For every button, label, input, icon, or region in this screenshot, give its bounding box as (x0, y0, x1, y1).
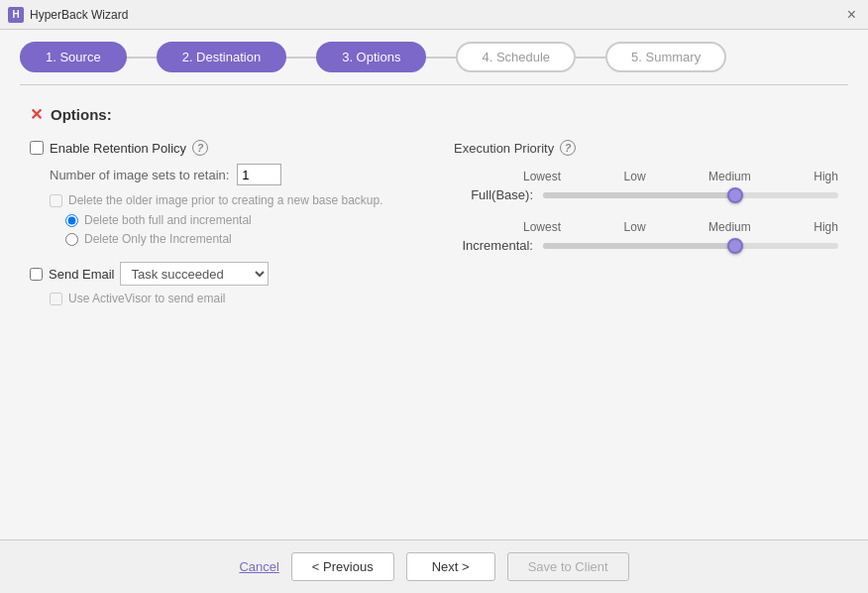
cancel-button[interactable]: Cancel (239, 559, 278, 574)
incremental-slider-track[interactable] (543, 243, 838, 249)
left-column: Enable Retention Policy ? Number of imag… (30, 140, 414, 311)
footer: Cancel < Previous Next > Save to Client (0, 539, 868, 593)
app-icon: H (8, 7, 24, 23)
radio-delete-incremental-label: Delete Only the Incremental (84, 232, 232, 246)
save-button: Save to Client (507, 552, 629, 581)
previous-button[interactable]: < Previous (291, 552, 394, 581)
retention-policy-row[interactable]: Enable Retention Policy ? (30, 140, 414, 156)
x-icon: ✕ (30, 105, 43, 124)
options-body: Enable Retention Policy ? Number of imag… (30, 140, 838, 311)
options-panel: ✕ Options: Enable Retention Policy ? Num… (0, 85, 868, 539)
incremental-slider-label: Incremental: (454, 238, 533, 253)
step-options-pill[interactable]: 3. Options (316, 42, 426, 72)
retention-policy-label: Enable Retention Policy (50, 141, 186, 156)
radio-incremental-only[interactable]: Delete Only the Incremental (30, 232, 414, 246)
label-low-1: Low (624, 170, 646, 183)
incremental-slider-thumb[interactable] (727, 238, 743, 254)
activevisor-row[interactable]: Use ActiveVisor to send email (30, 292, 414, 305)
send-email-checkbox[interactable] (30, 268, 43, 281)
title-bar: H HyperBack Wizard × (0, 0, 868, 30)
send-email-label: Send Email (49, 267, 114, 282)
title-bar-left: H HyperBack Wizard (8, 7, 128, 23)
send-email-row: Send Email Task succeeded Task failed Al… (30, 262, 414, 286)
step-connector-1 (127, 57, 157, 59)
delete-older-checkbox[interactable] (50, 194, 62, 207)
step-connector-4 (576, 57, 605, 59)
full-base-slider-section: Lowest Low Medium High Full(Base): (454, 170, 838, 202)
incremental-slider-row: Incremental: (454, 238, 838, 253)
section-title: ✕ Options: (30, 105, 838, 124)
step-connector-3 (426, 57, 456, 59)
exec-priority-title: Execution Priority ? (454, 140, 838, 156)
radio-full-incremental[interactable]: Delete both full and incremental (30, 213, 414, 227)
full-base-slider-labels: Lowest Low Medium High (454, 170, 838, 183)
step-summary[interactable]: 5. Summary (605, 42, 726, 72)
next-button[interactable]: Next > (406, 552, 495, 581)
number-of-sets-input[interactable] (237, 164, 281, 185)
label-high-1: High (814, 170, 838, 183)
options-title: Options: (51, 106, 112, 123)
right-column: Execution Priority ? Lowest Low Medium H… (454, 140, 838, 311)
step-connector-2 (286, 57, 316, 59)
label-lowest-1: Lowest (523, 170, 561, 183)
retention-policy-checkbox[interactable] (30, 141, 44, 155)
number-of-sets-label: Number of image sets to retain: (50, 168, 229, 182)
activevisor-label: Use ActiveVisor to send email (68, 292, 226, 305)
full-base-slider-fill (543, 192, 735, 198)
full-base-slider-thumb[interactable] (727, 187, 743, 203)
radio-delete-full[interactable] (65, 214, 78, 227)
step-destination[interactable]: 2. Destination (157, 42, 287, 72)
step-summary-pill[interactable]: 5. Summary (605, 42, 726, 72)
delete-older-label: Delete the older image prior to creating… (68, 193, 383, 207)
number-of-sets-row: Number of image sets to retain: (30, 164, 414, 185)
delete-older-row[interactable]: Delete the older image prior to creating… (30, 193, 414, 207)
label-medium-1: Medium (708, 170, 751, 183)
incremental-slider-section: Lowest Low Medium High Incremental: (454, 220, 838, 253)
app-title: HyperBack Wizard (30, 8, 128, 22)
full-base-slider-label: Full(Base): (454, 187, 533, 202)
step-schedule-pill[interactable]: 4. Schedule (456, 42, 576, 72)
full-base-slider-row: Full(Base): (454, 187, 838, 202)
incremental-slider-labels: Lowest Low Medium High (454, 220, 838, 234)
step-schedule[interactable]: 4. Schedule (456, 42, 576, 72)
label-high-2: High (814, 220, 838, 234)
step-options[interactable]: 3. Options (316, 42, 426, 72)
retention-help-icon[interactable]: ? (192, 140, 208, 156)
email-dropdown[interactable]: Task succeeded Task failed Always (120, 262, 269, 286)
exec-priority-help-icon[interactable]: ? (560, 140, 576, 156)
step-source[interactable]: 1. Source (20, 42, 127, 72)
exec-priority-label: Execution Priority (454, 141, 554, 156)
full-base-slider-track[interactable] (543, 192, 838, 198)
radio-delete-incremental[interactable] (65, 233, 78, 246)
label-lowest-2: Lowest (523, 220, 561, 234)
incremental-slider-fill (543, 243, 735, 249)
main-content: 1. Source 2. Destination 3. Options 4. S… (0, 30, 868, 539)
step-source-pill[interactable]: 1. Source (20, 42, 127, 72)
activevisor-checkbox[interactable] (50, 293, 62, 305)
close-button[interactable]: × (843, 5, 860, 25)
step-destination-pill[interactable]: 2. Destination (157, 42, 287, 72)
label-medium-2: Medium (708, 220, 751, 234)
radio-delete-full-label: Delete both full and incremental (84, 213, 252, 227)
label-low-2: Low (624, 220, 646, 234)
wizard-steps: 1. Source 2. Destination 3. Options 4. S… (0, 30, 868, 84)
